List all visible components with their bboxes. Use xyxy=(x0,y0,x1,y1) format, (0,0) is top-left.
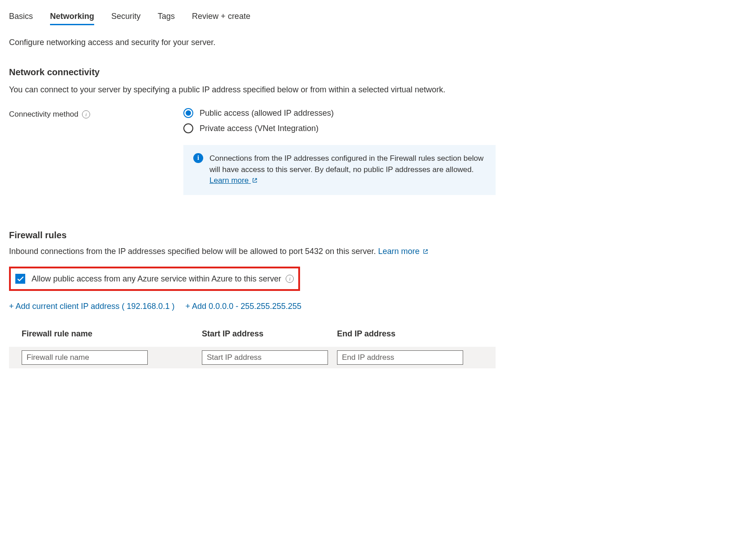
firewall-table-header: Firewall rule name Start IP address End … xyxy=(9,329,496,347)
connectivity-method-radio-group: Public access (allowed IP addresses) Pri… xyxy=(183,108,496,133)
external-link-icon xyxy=(423,247,428,257)
tab-review-create[interactable]: Review + create xyxy=(192,9,250,25)
connectivity-method-row: Connectivity method i Public access (all… xyxy=(9,108,496,195)
firewall-rules-heading: Firewall rules xyxy=(9,230,496,240)
network-connectivity-description: You can connect to your server by specif… xyxy=(9,84,496,95)
info-badge-icon: i xyxy=(193,153,203,163)
public-access-learn-more-link[interactable]: Learn more xyxy=(209,176,258,185)
start-ip-input[interactable] xyxy=(202,350,328,365)
radio-private-access[interactable]: Private access (VNet Integration) xyxy=(183,123,496,133)
firewall-learn-more-link[interactable]: Learn more xyxy=(378,247,428,256)
page-intro: Configure networking access and security… xyxy=(9,38,496,47)
firewall-rule-name-input[interactable] xyxy=(22,350,148,365)
allow-azure-label: Allow public access from any Azure servi… xyxy=(32,274,281,284)
wizard-tabs: Basics Networking Security Tags Review +… xyxy=(9,9,496,25)
external-link-icon xyxy=(252,176,258,187)
radio-public-access[interactable]: Public access (allowed IP addresses) xyxy=(183,108,496,118)
tab-tags[interactable]: Tags xyxy=(158,9,175,25)
add-full-range-link[interactable]: + Add 0.0.0.0 - 255.255.255.255 xyxy=(185,302,301,311)
add-client-ip-link[interactable]: + Add current client IP address ( 192.16… xyxy=(9,302,174,311)
firewall-rule-input-row xyxy=(9,347,496,368)
allow-azure-checkbox[interactable] xyxy=(15,274,25,284)
tab-security[interactable]: Security xyxy=(111,9,141,25)
col-rule-name: Firewall rule name xyxy=(22,329,202,339)
allow-azure-highlight: Allow public access from any Azure servi… xyxy=(9,267,300,291)
tab-basics[interactable]: Basics xyxy=(9,9,33,25)
radio-private-access-label: Private access (VNet Integration) xyxy=(200,124,319,133)
radio-public-access-label: Public access (allowed IP addresses) xyxy=(200,109,334,118)
tab-networking[interactable]: Networking xyxy=(50,9,94,25)
col-end-ip: End IP address xyxy=(337,329,472,339)
info-icon[interactable]: i xyxy=(82,110,90,118)
network-connectivity-heading: Network connectivity xyxy=(9,67,496,77)
col-start-ip: Start IP address xyxy=(202,329,337,339)
firewall-rules-description: Inbound connections from the IP addresse… xyxy=(9,247,378,256)
info-icon[interactable]: i xyxy=(286,275,294,283)
public-access-info-text: Connections from the IP addresses config… xyxy=(209,154,483,174)
end-ip-input[interactable] xyxy=(337,350,463,365)
public-access-info-box: i Connections from the IP addresses conf… xyxy=(183,145,496,195)
connectivity-method-label: Connectivity method xyxy=(9,110,78,119)
